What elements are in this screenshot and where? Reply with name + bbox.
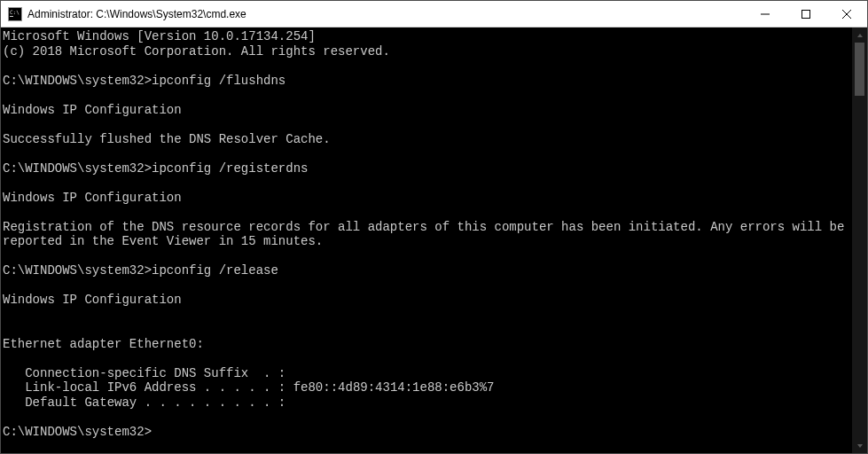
svg-text:C:\: C:\	[10, 9, 20, 15]
cmd-icon: C:\	[8, 7, 22, 21]
scrollbar-down-button[interactable]	[852, 438, 867, 453]
scrollbar[interactable]	[852, 27, 867, 453]
maximize-button[interactable]	[786, 1, 826, 27]
svg-marker-9	[857, 444, 863, 448]
scrollbar-up-button[interactable]	[852, 27, 867, 43]
scrollbar-thumb[interactable]	[855, 43, 864, 96]
svg-marker-8	[857, 34, 863, 37]
window-title: Administrator: C:\Windows\System32\cmd.e…	[27, 8, 745, 20]
titlebar[interactable]: C:\ Administrator: C:\Windows\System32\c…	[1, 1, 867, 27]
minimize-button[interactable]	[745, 1, 786, 27]
window-controls	[745, 1, 867, 27]
svg-rect-5	[802, 10, 810, 18]
cmd-window: C:\ Administrator: C:\Windows\System32\c…	[0, 0, 868, 454]
terminal-area: Microsoft Windows [Version 10.0.17134.25…	[1, 27, 867, 453]
close-button[interactable]	[826, 1, 867, 27]
terminal-output[interactable]: Microsoft Windows [Version 10.0.17134.25…	[1, 27, 852, 453]
svg-rect-3	[10, 16, 13, 17]
